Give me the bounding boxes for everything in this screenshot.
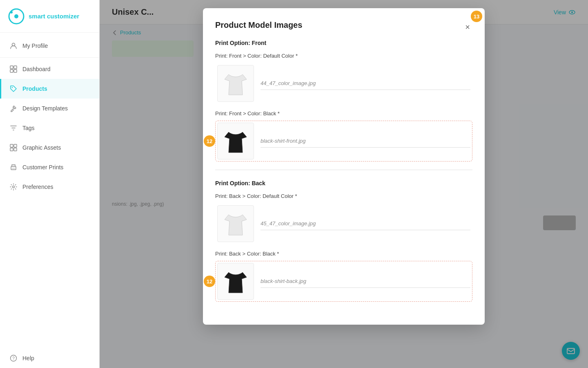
svg-rect-6 — [10, 70, 13, 72]
modal-title: Product Model Images — [215, 20, 472, 30]
sidebar-item-label-products: Products — [22, 85, 47, 92]
image-row-front-default — [215, 63, 472, 104]
svg-rect-15 — [12, 168, 15, 169]
svg-point-2 — [10, 11, 13, 13]
filename-input-front-black[interactable] — [261, 135, 470, 148]
section-divider — [215, 170, 472, 170]
sidebar-item-label-help: Help — [22, 355, 34, 361]
sidebar-item-label-design-templates: Design Templates — [22, 105, 68, 112]
dashboard-icon — [9, 65, 18, 73]
section-title-back: Print Option: Back — [215, 180, 472, 186]
svg-rect-4 — [10, 66, 13, 69]
sidebar-item-customer-prints[interactable]: Customer Prints — [0, 157, 99, 177]
image-row-back-black-wrap: 12 — [215, 261, 472, 302]
left-badge-front: 12 — [204, 135, 215, 147]
modal-badge: 13 — [471, 11, 482, 22]
print-icon — [9, 163, 18, 171]
svg-rect-5 — [14, 66, 17, 69]
svg-rect-11 — [14, 144, 17, 147]
logo-text: smart customizer — [29, 13, 79, 20]
filename-input-back-black[interactable] — [261, 275, 470, 288]
sidebar-item-products[interactable]: Products — [0, 79, 99, 99]
sidebar-item-help[interactable]: ? Help — [0, 348, 99, 368]
sidebar-item-my-profile[interactable]: My Profile — [0, 36, 99, 56]
person-icon — [9, 42, 18, 50]
logo-area: smart customizer — [0, 0, 99, 33]
print-label-back-black: Print: Back > Color: Black * — [215, 251, 472, 257]
print-label-front-default: Print: Front > Color: Default Color * — [215, 53, 472, 59]
sidebar-navigation: My Profile Dashboard Products Design Tem… — [0, 33, 99, 368]
sidebar-item-dashboard[interactable]: Dashboard — [0, 59, 99, 79]
image-row-back-default — [215, 203, 472, 244]
svg-rect-10 — [10, 144, 13, 147]
left-badge-back: 12 — [204, 276, 215, 287]
sidebar-item-label-tags: Tags — [22, 125, 35, 131]
image-row-back-black — [215, 261, 472, 302]
filename-input-front-default[interactable] — [261, 77, 470, 90]
section-title-front: Print Option: Front — [215, 40, 472, 46]
product-model-images-modal: × 13 Product Model Images Print Option: … — [203, 8, 485, 325]
modal-overlay: × 13 Product Model Images Print Option: … — [100, 0, 588, 368]
svg-point-1 — [14, 14, 18, 18]
image-row-front-black — [215, 121, 472, 162]
print-label-front-black: Print: Front > Color: Black * — [215, 110, 472, 117]
sidebar-item-label-graphic-assets: Graphic Assets — [22, 144, 61, 151]
tshirt-black-back-icon — [225, 269, 247, 294]
image-row-front-black-wrap: 12 — [215, 121, 472, 162]
image-thumb-back-black[interactable] — [217, 263, 254, 300]
help-icon: ? — [9, 354, 18, 362]
svg-text:?: ? — [12, 356, 15, 361]
image-thumb-back-default[interactable] — [217, 205, 254, 242]
sidebar: smart customizer My Profile Dashboard Pr… — [0, 0, 100, 368]
sidebar-item-label-preferences: Preferences — [22, 184, 53, 190]
tag-icon — [9, 85, 18, 93]
sidebar-item-label-dashboard: Dashboard — [22, 66, 51, 72]
tools-icon — [9, 104, 18, 112]
logo-icon — [8, 8, 24, 25]
section-back: Print Option: Back Print: Back > Color: … — [215, 180, 472, 302]
main-content: Unisex C... View Products nsions: .jpg, … — [100, 0, 588, 368]
tshirt-white-back-icon — [225, 211, 247, 236]
print-label-back-default: Print: Back > Color: Default Color * — [215, 193, 472, 199]
sidebar-item-preferences[interactable]: Preferences — [0, 177, 99, 197]
tshirt-black-icon — [225, 129, 247, 153]
svg-rect-7 — [14, 70, 17, 72]
sidebar-item-design-templates[interactable]: Design Templates — [0, 99, 99, 118]
gear-icon — [9, 183, 18, 191]
svg-rect-13 — [14, 148, 17, 151]
image-thumb-front-black[interactable] — [217, 123, 254, 159]
filter-icon — [9, 124, 18, 132]
tshirt-white-icon — [225, 71, 247, 96]
section-front: Print Option: Front Print: Front > Color… — [215, 40, 472, 162]
modal-close-button[interactable]: × — [463, 21, 472, 33]
sidebar-item-tags[interactable]: Tags — [0, 118, 99, 138]
image-thumb-front-default[interactable] — [217, 65, 254, 102]
svg-point-16 — [13, 186, 15, 188]
sidebar-item-label-customer-prints: Customer Prints — [22, 164, 63, 171]
svg-rect-12 — [10, 148, 13, 151]
grid-icon — [9, 144, 18, 152]
svg-point-8 — [12, 87, 13, 88]
filename-input-back-default[interactable] — [261, 217, 470, 230]
sidebar-item-label-my-profile: My Profile — [22, 43, 48, 49]
sidebar-item-graphic-assets[interactable]: Graphic Assets — [0, 138, 99, 157]
nav-divider-1 — [0, 57, 99, 58]
sidebar-bottom: ? Help — [0, 348, 99, 368]
